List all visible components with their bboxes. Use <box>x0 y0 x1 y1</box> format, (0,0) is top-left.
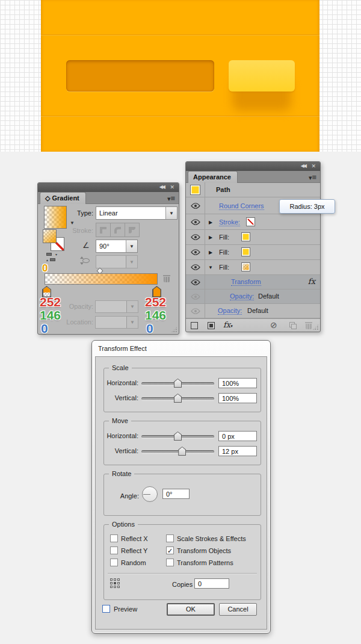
transform-effect-dialog: Transform Effect Scale Horizontal: 100% … <box>91 340 271 634</box>
appearance-row-opacity-root[interactable]: Opacity: Default <box>186 304 320 318</box>
visibility-eye-icon[interactable] <box>186 275 205 289</box>
transform-effect-link[interactable]: Transform <box>231 278 261 286</box>
move-horizontal-field[interactable]: 0 px <box>218 431 257 441</box>
panel-menu-icon[interactable]: ▾≡ <box>309 173 316 182</box>
rgb-b-right: 0 <box>146 321 153 336</box>
scale-horizontal-field[interactable]: 100% <box>218 378 257 388</box>
artwork-inset-bar <box>66 60 214 91</box>
gradient-type-select[interactable]: Linear ▼ <box>96 206 177 220</box>
reflect-x-label: Reflect X <box>121 535 148 542</box>
visibility-eye-icon-dimmed[interactable] <box>186 289 205 303</box>
appearance-row-fill-1[interactable]: ▶ Fill: <box>186 230 320 245</box>
combo-arrow-icon[interactable]: ▼ <box>126 240 137 252</box>
fx-icon: fx <box>308 277 315 286</box>
reflect-x-checkbox[interactable] <box>110 534 118 542</box>
slider-thumb[interactable] <box>174 394 182 403</box>
panel-menu-icon[interactable]: ▾≡ <box>167 194 175 203</box>
random-label: Random <box>121 559 146 566</box>
slider-thumb[interactable] <box>174 432 182 441</box>
scale-vertical-label: Vertical: <box>104 394 138 401</box>
reverse-gradient-icon[interactable]: ▾▴ <box>46 253 57 262</box>
gradient-panel-titlebar: ◀◀ ✕ <box>38 183 179 192</box>
delete-item-button[interactable] <box>305 321 312 329</box>
stroke-link[interactable]: Stroke: <box>219 218 240 226</box>
artwork-divider-bottom <box>41 116 319 117</box>
dialog-body: Scale Horizontal: 100% Vertical: 100% Mo… <box>95 356 267 630</box>
opacity-value: Default <box>247 307 268 314</box>
stroke-none-swatch[interactable] <box>246 217 255 226</box>
fill-yellow-swatch[interactable] <box>241 232 250 241</box>
add-new-fill-button[interactable] <box>208 322 215 329</box>
close-panel-icon[interactable]: ✕ <box>311 163 316 169</box>
delete-stop-icon[interactable] <box>163 274 170 282</box>
tab-appearance[interactable]: Appearance <box>188 171 238 183</box>
visibility-eye-icon[interactable] <box>186 260 205 274</box>
rgb-r-left: 252 <box>40 295 61 309</box>
visibility-eye-icon[interactable] <box>186 197 205 214</box>
collapse-panel-icon[interactable]: ◀◀ <box>301 163 306 169</box>
round-corners-link[interactable]: Round Corners <box>219 202 264 210</box>
appearance-row-stroke[interactable]: ▶ Stroke: <box>186 214 320 230</box>
ok-button[interactable]: OK <box>167 603 215 616</box>
clear-appearance-button[interactable]: ⊘ <box>270 320 277 330</box>
slider-thumb[interactable] <box>178 447 186 456</box>
expand-right-icon[interactable]: ▶ <box>209 220 212 225</box>
tab-gradient[interactable]: ◇ Gradient <box>40 192 86 204</box>
preview-checkbox[interactable] <box>102 605 110 613</box>
gradient-panel: ◀◀ ✕ ◇ Gradient ▾≡ ▼ ▾▴ 0 Type: Linear ▼… <box>37 182 179 335</box>
gradient-angle-select[interactable]: 90° ▼ <box>96 240 138 253</box>
expand-right-icon[interactable]: ▶ <box>209 250 212 255</box>
appearance-row-path[interactable]: Path <box>186 182 320 197</box>
opacity-link[interactable]: Opacity: <box>218 307 242 315</box>
visibility-eye-icon-dimmed[interactable] <box>186 304 205 318</box>
scale-strokes-effects-label: Scale Strokes & Effects <box>177 535 246 542</box>
opacity-link[interactable]: Opacity: <box>230 293 254 300</box>
visibility-eye-icon[interactable] <box>186 245 205 259</box>
move-horizontal-slider[interactable] <box>141 435 214 438</box>
close-panel-icon[interactable]: ✕ <box>170 184 174 190</box>
visibility-eye-icon[interactable] <box>186 214 205 229</box>
gradient-presets-dropdown-icon[interactable]: ▼ <box>70 220 75 226</box>
fill-yellow-swatch[interactable] <box>241 247 250 256</box>
stroke-across-button[interactable] <box>125 223 140 237</box>
visibility-eye-icon[interactable] <box>186 230 205 244</box>
move-vertical-field[interactable]: 12 px <box>218 446 257 456</box>
expand-down-icon[interactable]: ▼ <box>208 265 213 270</box>
panel-resize-grip[interactable] <box>312 324 319 330</box>
scale-horizontal-slider[interactable] <box>141 382 214 385</box>
slider-thumb[interactable] <box>174 379 182 388</box>
copies-field[interactable]: 0 <box>194 578 229 589</box>
cancel-button[interactable]: Cancel <box>219 603 257 616</box>
scale-strokes-effects-checkbox[interactable] <box>166 534 174 542</box>
stroke-along-button[interactable] <box>110 223 125 237</box>
angle-dial[interactable] <box>142 486 158 502</box>
expand-right-icon[interactable]: ▶ <box>209 235 212 240</box>
stroke-within-button[interactable] <box>96 223 111 237</box>
appearance-row-fill-2[interactable]: ▶ Fill: <box>186 245 320 260</box>
type-label: Type: <box>62 209 93 217</box>
panel-resize-grip[interactable] <box>171 326 177 333</box>
reference-point-selector[interactable] <box>110 578 120 589</box>
collapse-panel-icon[interactable]: ◀◀ <box>159 184 164 190</box>
move-vertical-slider[interactable] <box>141 450 214 453</box>
rgb-b-left: 0 <box>41 321 48 336</box>
appearance-row-transform[interactable]: Transform fx <box>186 275 320 289</box>
duplicate-item-button[interactable] <box>289 322 297 329</box>
gradient-slider[interactable] <box>45 273 158 285</box>
fill-proxy-gradient[interactable] <box>43 229 57 243</box>
add-new-stroke-button[interactable] <box>191 322 198 329</box>
add-new-effect-button[interactable]: fx▾ <box>223 320 233 329</box>
angle-field[interactable]: 0° <box>162 489 190 499</box>
appearance-row-opacity-sub[interactable]: Opacity: Default <box>186 289 320 304</box>
appearance-row-fill-3[interactable]: ▼ Fill: <box>186 260 320 275</box>
random-checkbox[interactable] <box>110 559 118 566</box>
reflect-y-checkbox[interactable] <box>110 546 118 554</box>
transform-patterns-checkbox[interactable] <box>166 559 174 566</box>
move-legend: Move <box>109 417 131 424</box>
rgb-g-right: 146 <box>145 308 166 323</box>
scale-vertical-field[interactable]: 100% <box>218 393 257 403</box>
combo-arrow-icon[interactable]: ▼ <box>165 207 177 219</box>
scale-vertical-slider[interactable] <box>141 397 214 400</box>
transform-objects-checkbox[interactable]: ✓ <box>166 546 174 554</box>
fill-gradient-swatch[interactable] <box>241 262 250 271</box>
